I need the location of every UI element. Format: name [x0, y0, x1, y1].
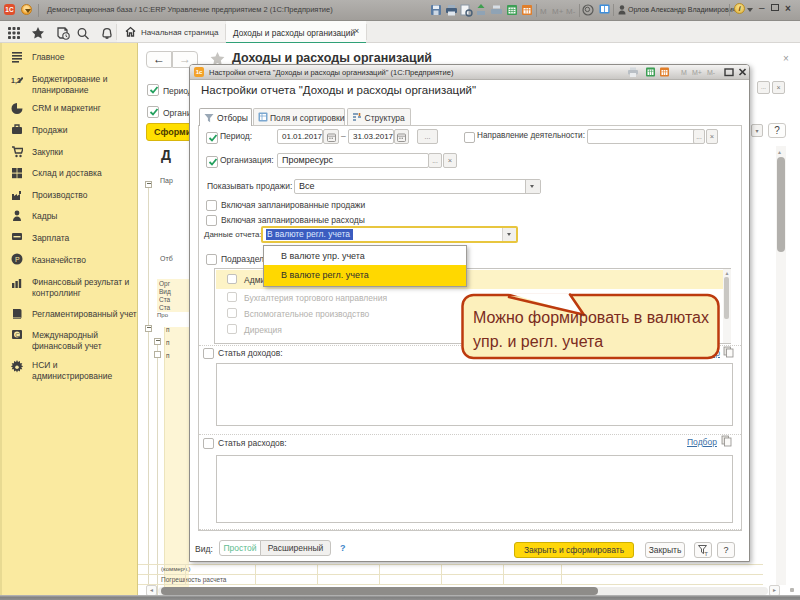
- svg-text:T: T: [704, 551, 708, 557]
- svg-text:M+: M+: [692, 69, 702, 76]
- svg-text:M: M: [681, 69, 687, 76]
- svg-text:Можно формировать в валютах: Можно формировать в валютах: [473, 309, 709, 326]
- svg-text:M+: M+: [552, 7, 564, 16]
- svg-text:P: P: [15, 256, 20, 263]
- svg-text:M: M: [540, 7, 547, 16]
- svg-text:M-: M-: [566, 7, 576, 16]
- svg-text:C: C: [15, 332, 20, 338]
- svg-text:упр. и регл. учета: упр. и регл. учета: [473, 333, 603, 350]
- svg-text:M-: M-: [707, 69, 716, 76]
